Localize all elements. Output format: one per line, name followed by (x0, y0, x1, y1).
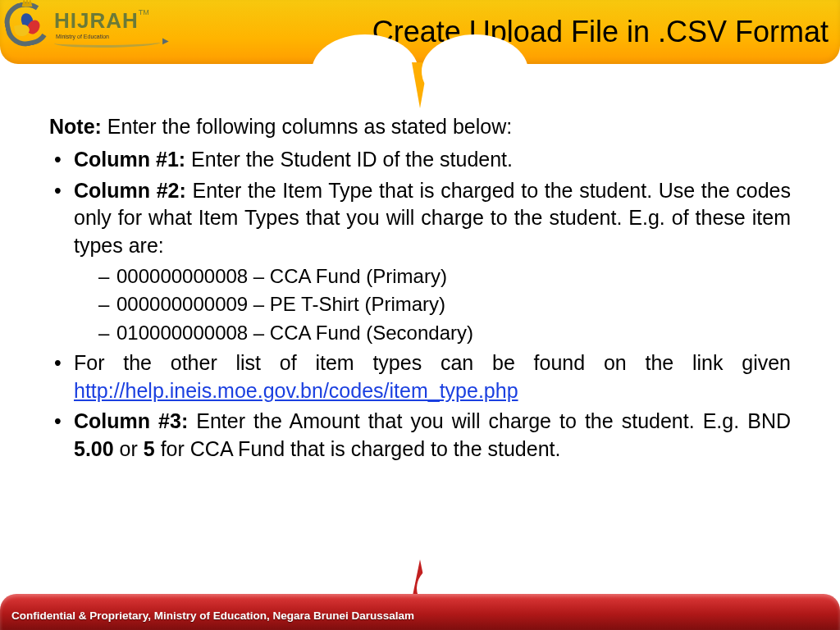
column-1-label: Column #1: (74, 148, 185, 171)
item-type-examples: 000000000008 – CCA Fund (Primary) 000000… (74, 263, 791, 346)
example-row: 000000000009 – PE T-Shirt (Primary) (98, 291, 791, 317)
example-row: 000000000008 – CCA Fund (Primary) (98, 263, 791, 290)
logo-emblem-icon (5, 2, 49, 46)
logo-tm: TM (139, 8, 149, 16)
column-3-amount-1: 5.00 (74, 437, 114, 460)
column-1-item: Column #1: Enter the Student ID of the s… (49, 146, 791, 174)
column-3-label: Column #3: (74, 409, 188, 432)
logo-word: HIJRAH (54, 8, 139, 33)
hijrah-logo: HIJRAHTM Ministry of Education (5, 2, 149, 46)
slide-body: Note: Enter the following columns as sta… (49, 113, 791, 467)
column-2-item: Column #2: Enter the Item Type that is c… (49, 177, 791, 346)
note-text: Enter the following columns as stated be… (102, 115, 512, 138)
note-label: Note: (49, 115, 102, 138)
footer-text: Confidential & Proprietary, Ministry of … (11, 609, 414, 622)
column-3-amount-2: 5 (144, 437, 155, 460)
link-item: For the other list of item types can be … (49, 349, 791, 405)
column-3-text-c: for CCA Fund that is charged to the stud… (155, 437, 561, 460)
footer-ornament (330, 556, 510, 594)
column-2-label: Column #2: (74, 179, 186, 202)
example-row: 010000000008 – CCA Fund (Secondary) (98, 320, 791, 346)
column-3-text-b: or (114, 437, 144, 460)
slide-title: Create Upload File in .CSV Format (372, 15, 829, 49)
header-ornament (322, 64, 518, 112)
column-3-text-a: Enter the Amount that you will charge to… (188, 409, 791, 432)
link-intro: For the other list of item types can be … (74, 351, 791, 374)
column-3-item: Column #3: Enter the Amount that you wil… (49, 408, 791, 463)
item-type-link[interactable]: http://help.ineis.moe.gov.bn/codes/item_… (74, 379, 518, 402)
note-line: Note: Enter the following columns as sta… (49, 113, 791, 141)
column-1-text: Enter the Student ID of the student. (185, 148, 513, 171)
slide-footer: Confidential & Proprietary, Ministry of … (0, 594, 840, 630)
